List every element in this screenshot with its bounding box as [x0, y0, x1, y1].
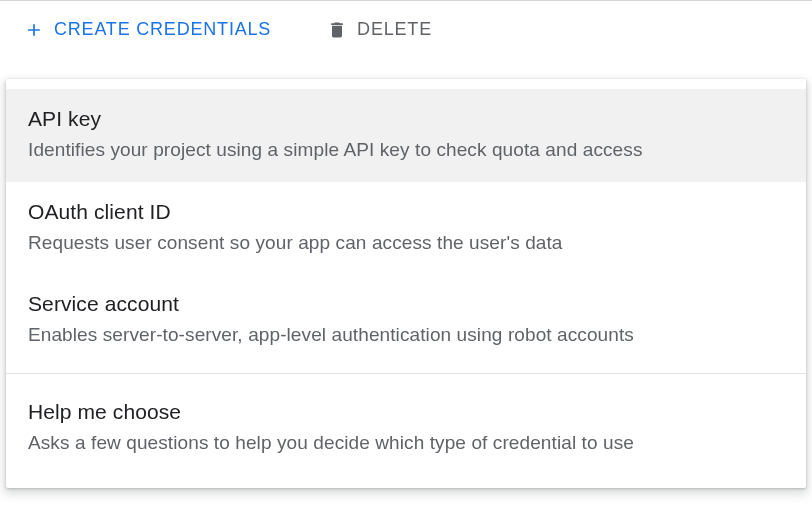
menu-item-description: Identifies your project using a simple A… [28, 137, 784, 164]
delete-button[interactable]: DELETE [327, 19, 432, 40]
menu-divider [6, 373, 806, 374]
delete-label: DELETE [357, 19, 432, 40]
credentials-dropdown-menu: API key Identifies your project using a … [6, 79, 806, 488]
toolbar: CREATE CREDENTIALS DELETE [0, 1, 812, 56]
menu-item-service-account[interactable]: Service account Enables server-to-server… [6, 274, 806, 367]
create-credentials-label: CREATE CREDENTIALS [54, 19, 271, 40]
create-credentials-button[interactable]: CREATE CREDENTIALS [24, 19, 271, 40]
menu-item-api-key[interactable]: API key Identifies your project using a … [6, 89, 806, 182]
menu-item-description: Asks a few questions to help you decide … [28, 430, 784, 457]
menu-item-description: Requests user consent so your app can ac… [28, 230, 784, 257]
menu-item-description: Enables server-to-server, app-level auth… [28, 322, 784, 349]
menu-item-title: OAuth client ID [28, 200, 784, 224]
menu-item-oauth-client-id[interactable]: OAuth client ID Requests user consent so… [6, 182, 806, 275]
menu-item-title: API key [28, 107, 784, 131]
plus-icon [24, 20, 44, 40]
menu-item-title: Service account [28, 292, 784, 316]
trash-icon [327, 20, 347, 40]
menu-item-title: Help me choose [28, 400, 784, 424]
menu-item-help-me-choose[interactable]: Help me choose Asks a few questions to h… [6, 382, 806, 475]
